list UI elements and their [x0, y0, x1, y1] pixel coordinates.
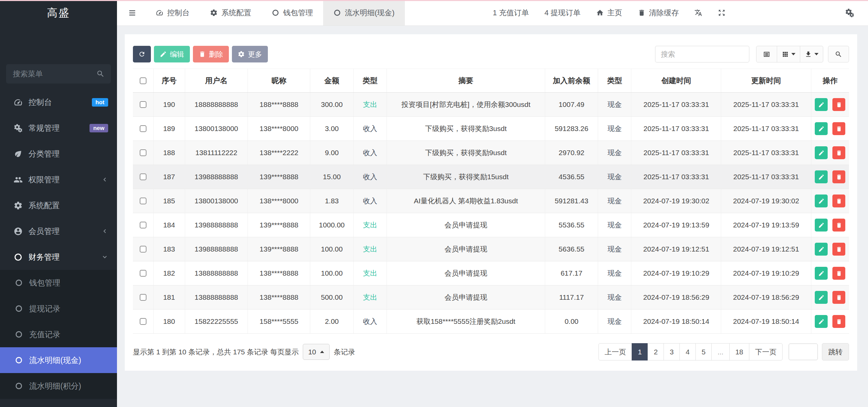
page-size-dropdown[interactable]: 10 — [303, 344, 330, 360]
row-checkbox[interactable] — [140, 101, 146, 108]
select-all-checkbox[interactable] — [140, 77, 146, 84]
sidebar-item-label: 财务管理 — [28, 252, 60, 262]
row-edit-button[interactable] — [815, 170, 828, 183]
page-button[interactable]: ... — [711, 343, 730, 360]
sidebar-item-auth[interactable]: 权限管理 — [0, 167, 117, 192]
sidebar-item-withdraw-records[interactable]: 提现记录 — [0, 296, 117, 321]
hamburger-icon[interactable] — [128, 8, 137, 17]
sidebar-item-category[interactable]: 分类管理 — [0, 141, 117, 167]
table-header-row: 序号用户名昵称金额类型摘要加入前余额类型创建时间更新时间操作 — [133, 69, 849, 93]
column-header: 加入前余额 — [545, 69, 598, 93]
row-checkbox[interactable] — [140, 222, 146, 228]
tab-wallet[interactable]: 钱包管理 — [261, 0, 323, 25]
sidebar-search-input[interactable] — [6, 64, 111, 84]
sidebar-item-label: 常规管理 — [28, 123, 60, 133]
delete-button[interactable]: 删除 — [193, 46, 229, 62]
page-button[interactable]: 下一页 — [749, 343, 783, 360]
fullscreen-link[interactable] — [718, 9, 726, 17]
row-delete-button[interactable] — [832, 98, 845, 111]
row-checkbox[interactable] — [140, 149, 146, 156]
sidebar-item-sysconfig[interactable]: 系统配置 — [0, 192, 117, 218]
sidebar-item-recharge-records[interactable]: 充值记录 — [0, 321, 117, 347]
row-edit-button[interactable] — [815, 219, 828, 232]
cell-seq: 190 — [153, 93, 185, 117]
cell-asset-type: 现金 — [598, 213, 631, 237]
row-edit-button[interactable] — [815, 98, 828, 111]
row-delete-button[interactable] — [832, 219, 845, 232]
sidebar-item-cash-flow[interactable]: 流水明细(现金) — [0, 347, 117, 373]
row-delete-button[interactable] — [832, 315, 845, 328]
row-edit-button[interactable] — [815, 291, 828, 304]
row-checkbox[interactable] — [140, 270, 146, 277]
cell-balance: 2970.92 — [545, 141, 598, 165]
row-edit-button[interactable] — [815, 267, 828, 280]
search-toggle-button[interactable] — [828, 46, 849, 62]
settings-gears-icon[interactable] — [845, 8, 854, 18]
column-header: 创建时间 — [631, 69, 721, 93]
row-select-cell — [133, 213, 153, 237]
row-edit-button[interactable] — [815, 122, 828, 135]
page-jump-input[interactable] — [789, 344, 818, 360]
page-button[interactable]: 18 — [729, 343, 749, 360]
cell-asset-type: 现金 — [598, 285, 631, 310]
table-search-input[interactable] — [655, 46, 749, 62]
row-checkbox[interactable] — [140, 198, 146, 204]
row-checkbox[interactable] — [140, 246, 146, 253]
row-delete-button[interactable] — [832, 267, 845, 280]
row-edit-button[interactable] — [815, 195, 828, 207]
sidebar-item-dashboard[interactable]: 控制台 hot — [0, 89, 117, 115]
row-edit-button[interactable] — [815, 146, 828, 159]
row-delete-button[interactable] — [832, 122, 845, 135]
page-button[interactable]: 1 — [632, 343, 648, 360]
row-delete-button[interactable] — [832, 243, 845, 256]
row-select-cell — [133, 237, 153, 261]
detail-view-button[interactable] — [756, 46, 777, 62]
page-button[interactable]: 5 — [695, 343, 712, 360]
columns-button[interactable] — [777, 46, 800, 62]
row-checkbox[interactable] — [140, 318, 146, 325]
refresh-button[interactable] — [133, 46, 151, 62]
cell-balance: 591281.43 — [545, 189, 598, 213]
page-button[interactable]: 3 — [664, 343, 680, 360]
page-jump-button[interactable]: 跳转 — [822, 343, 849, 360]
cell-amount: 3.00 — [310, 117, 354, 141]
row-select-cell — [133, 261, 153, 285]
records-info: 显示第 1 到第 10 条记录，总共 175 条记录 每页显示 10 条记录 — [133, 344, 355, 360]
page-button[interactable]: 4 — [679, 343, 696, 360]
sidebar-item-general[interactable]: 常规管理 new — [0, 115, 117, 141]
row-edit-button[interactable] — [815, 243, 828, 256]
edit-button[interactable]: 编辑 — [154, 46, 190, 62]
chevron-left-icon — [101, 176, 108, 183]
cell-seq: 184 — [153, 213, 185, 237]
page-button[interactable]: 2 — [648, 343, 664, 360]
more-button[interactable]: 更多 — [232, 46, 268, 62]
cell-summary: 会员申请提现 — [387, 261, 545, 285]
row-delete-button[interactable] — [832, 291, 845, 304]
row-checkbox[interactable] — [140, 125, 146, 132]
home-link[interactable]: 主页 — [596, 8, 622, 18]
cell-username: 13988888888 — [185, 237, 248, 261]
clear-cache-link[interactable]: 清除缓存 — [638, 8, 679, 18]
row-checkbox[interactable] — [140, 294, 146, 301]
export-button[interactable] — [800, 46, 823, 62]
row-checkbox[interactable] — [140, 173, 146, 180]
trash-icon — [836, 198, 842, 204]
language-link[interactable] — [694, 9, 702, 17]
withdraw-orders-link[interactable]: 4 提现订单 — [545, 8, 580, 18]
recharge-orders-link[interactable]: 1 充值订单 — [493, 8, 529, 18]
row-delete-button[interactable] — [832, 195, 845, 207]
row-edit-button[interactable] — [815, 315, 828, 328]
cell-flow-type: 支出 — [353, 237, 387, 261]
sidebar-item-points-flow[interactable]: 流水明细(积分) — [0, 373, 117, 399]
sidebar-item-finance[interactable]: 财务管理 — [0, 244, 117, 270]
cell-actions — [811, 189, 849, 213]
row-delete-button[interactable] — [832, 146, 845, 159]
sidebar-item-members[interactable]: 会员管理 — [0, 218, 117, 244]
tab-cash-flow[interactable]: 流水明细(现金) — [323, 0, 405, 25]
tab-sysconfig[interactable]: 系统配置 — [200, 0, 261, 25]
page-button[interactable]: 上一页 — [598, 343, 632, 360]
column-header: 更新时间 — [721, 69, 811, 93]
row-delete-button[interactable] — [832, 170, 845, 183]
tab-dashboard[interactable]: 控制台 — [145, 0, 200, 25]
sidebar-item-wallet[interactable]: 钱包管理 — [0, 270, 117, 296]
